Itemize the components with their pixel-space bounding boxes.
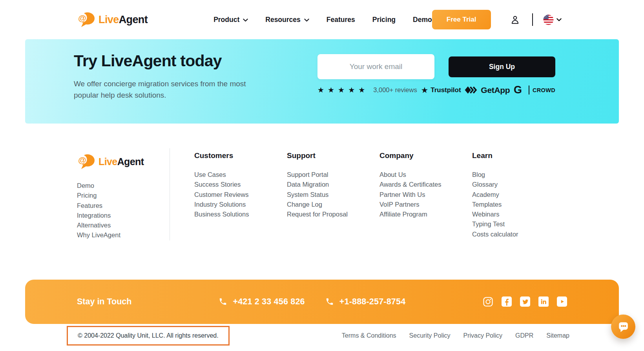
footer-link-affiliate-program[interactable]: Affiliate Program [379,211,427,218]
legal-link-terms-conditions[interactable]: Terms & Conditions [342,332,396,339]
free-trial-button[interactable]: Free Trial [432,10,491,29]
footer-link-data-migration[interactable]: Data Migration [287,181,329,188]
rating-row: ★★★★★ 3,000+ reviews ★ Trustpilot GetApp… [317,85,555,95]
linkedin-link[interactable] [538,296,549,307]
facebook-link[interactable] [502,296,512,307]
footer-link-alternatives[interactable]: Alternatives [77,222,111,229]
phone-link-1[interactable]: +421 2 33 456 826 [219,297,305,307]
star-icon: ★ [348,86,355,94]
account-login-button[interactable] [510,15,520,25]
highlight-box: © 2004-2022 Quality Unit, LLC. All right… [67,326,230,346]
footer-link-awards-certificates[interactable]: Awards & Certificates [379,181,441,188]
footer-link-row: Features [77,201,170,211]
phone-number: +1-888-257-8754 [339,297,406,307]
phone-link-2[interactable]: +1-888-257-8754 [325,297,406,307]
footer-link-demo[interactable]: Demo [77,182,94,189]
instagram-link[interactable] [483,296,493,307]
footer-column-title: Customers [194,151,263,160]
footer-link-request-for-proposal[interactable]: Request for Proposal [287,211,348,218]
footer-link-row: Blog [472,170,540,180]
star-icon: ★ [328,86,334,94]
legal-link-sitemap[interactable]: Sitemap [546,332,569,339]
legal-link-privacy-policy[interactable]: Privacy Policy [463,332,502,339]
top-navbar: @ LiveAgent ProductResourcesFeaturesPric… [0,0,644,39]
footer-column-brand: @ LiveAgent DemoPricingFeaturesIntegrati… [77,148,170,240]
footer-link-features[interactable]: Features [77,202,102,209]
footer-link-success-stories[interactable]: Success Stories [194,181,241,188]
facebook-icon [502,296,512,307]
chat-widget-button[interactable] [611,315,635,339]
footer-link-system-status[interactable]: System Status [287,191,328,198]
footer-column-title: Support [287,151,355,160]
stay-in-touch-title: Stay in Touch [77,297,131,307]
footer-link-row: Partner With Us [379,190,448,200]
footer-link-costs-calculator[interactable]: Costs calculator [472,231,518,238]
footer-link-integrations[interactable]: Integrations [77,212,111,219]
linkedin-icon [538,296,549,307]
nav-item-label: Pricing [372,16,396,24]
footer-links-list: BlogGlossaryAcademyTemplatesWebinarsTypi… [472,170,540,239]
footer-link-business-solutions[interactable]: Business Solutions [194,211,249,218]
footer-link-webinars[interactable]: Webinars [472,211,499,218]
nav-item-demo[interactable]: Demo [413,16,432,24]
chat-bubble-icon [616,320,631,334]
nav-item-features[interactable]: Features [327,16,355,24]
phone-numbers: +421 2 33 456 826+1-888-257-8754 [219,297,405,307]
language-selector[interactable] [543,15,562,25]
nav-item-label: Resources [265,16,301,24]
sign-up-button[interactable]: Sign Up [449,56,555,77]
footer-link-templates[interactable]: Templates [472,201,502,208]
footer-link-support-portal[interactable]: Support Portal [287,171,328,178]
phone-icon [325,297,334,306]
footer-link-row: Affiliate Program [379,209,448,219]
footer-link-typing-test[interactable]: Typing Test [472,220,505,227]
footer-link-customer-reviews[interactable]: Customer Reviews [194,191,248,198]
footer-link-row: System Status [287,190,355,200]
footer-link-partner-with-us[interactable]: Partner With Us [379,191,425,198]
footer-link-row: Request for Proposal [287,209,355,219]
footer-link-blog[interactable]: Blog [472,171,485,178]
nav-item-resources[interactable]: Resources [265,16,309,24]
footer-link-pricing[interactable]: Pricing [77,192,97,199]
bottom-bar: © 2004-2022 Quality Unit, LLC. All right… [0,324,644,346]
footer-link-why-liveagent[interactable]: Why LiveAgent [77,231,120,238]
footer-primary-links: DemoPricingFeaturesIntegrationsAlternati… [77,181,170,240]
footer-link-row: Use Cases [194,170,263,180]
footer-link-academy[interactable]: Academy [472,191,499,198]
footer-link-industry-solutions[interactable]: Industry Solutions [194,201,246,208]
logo-text: LiveAgent [99,157,144,167]
legal-link-security-policy[interactable]: Security Policy [409,332,451,339]
chevron-down-icon [556,18,562,22]
liveagent-logo[interactable]: @ LiveAgent [77,12,148,27]
stay-in-touch-bar: Stay in Touch +421 2 33 456 826+1-888-25… [25,280,619,324]
footer-link-row: Costs calculator [472,229,540,239]
footer-columns: CustomersUse CasesSuccess StoriesCustome… [170,148,540,240]
footer-column-support: SupportSupport PortalData MigrationSyste… [287,148,355,240]
youtube-icon [557,296,567,307]
footer-link-row: Webinars [472,209,540,219]
footer-link-use-cases[interactable]: Use Cases [194,171,226,178]
cta-banner-text: Try LiveAgent today We offer concierge m… [74,51,317,124]
footer-link-about-us[interactable]: About Us [379,171,406,178]
nav-item-pricing[interactable]: Pricing [372,16,396,24]
footer-link-glossary[interactable]: Glossary [472,181,498,188]
footer-link-voip-partners[interactable]: VoIP Partners [379,201,420,208]
twitter-link[interactable] [520,296,530,307]
footer-link-change-log[interactable]: Change Log [287,201,322,208]
footer-column-title: Company [379,151,448,160]
nav-item-product[interactable]: Product [213,16,248,24]
footer-link-row: Business Solutions [194,209,263,219]
phone-icon [219,297,227,306]
logo-text: LiveAgent [99,15,148,25]
twitter-icon [520,296,530,307]
footer-link-row: Demo [77,181,170,191]
legal-link-gdpr[interactable]: GDPR [515,332,533,339]
footer-liveagent-logo[interactable]: @ LiveAgent [77,154,170,169]
youtube-link[interactable] [557,296,567,307]
cta-title: Try LiveAgent today [74,52,317,70]
footer-link-row: Templates [472,200,540,209]
footer-link-row: Typing Test [472,219,540,229]
us-flag-icon [543,15,554,25]
footer-links-list: Support PortalData MigrationSystem Statu… [287,170,355,219]
work-email-input[interactable] [317,54,434,79]
